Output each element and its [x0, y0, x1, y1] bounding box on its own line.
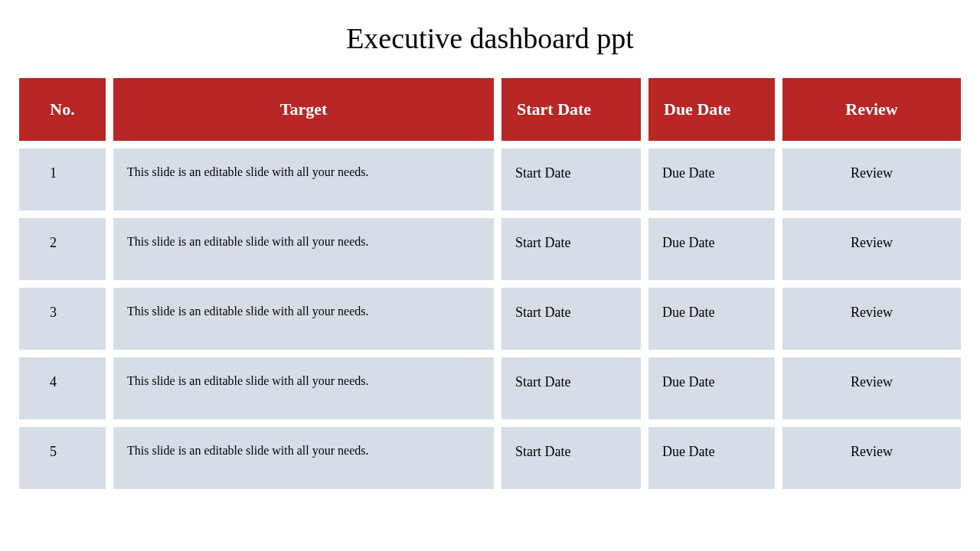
cell-no: 2 — [19, 218, 106, 280]
dashboard-table: No. Target Start Date Due Date Review 1 … — [19, 78, 961, 489]
table-row: 2 This slide is an editable slide with a… — [19, 218, 961, 280]
cell-review: Review — [782, 218, 961, 280]
cell-target: This slide is an editable slide with all… — [113, 148, 494, 210]
cell-target: This slide is an editable slide with all… — [113, 218, 494, 280]
cell-review: Review — [782, 427, 961, 489]
cell-start-date: Start Date — [501, 148, 641, 210]
cell-no: 5 — [19, 427, 106, 489]
cell-start-date: Start Date — [501, 218, 641, 280]
cell-target: This slide is an editable slide with all… — [113, 288, 494, 350]
cell-target: This slide is an editable slide with all… — [113, 427, 494, 489]
cell-due-date: Due Date — [648, 357, 775, 419]
cell-due-date: Due Date — [648, 218, 775, 280]
cell-due-date: Due Date — [648, 288, 775, 350]
header-due-date: Due Date — [648, 78, 775, 141]
slide-container: Executive dashboard ppt No. Target Start… — [0, 0, 980, 551]
cell-start-date: Start Date — [501, 357, 641, 419]
table-row: 1 This slide is an editable slide with a… — [19, 148, 961, 210]
cell-review: Review — [782, 357, 961, 419]
header-target: Target — [113, 78, 494, 141]
cell-target: This slide is an editable slide with all… — [113, 357, 494, 419]
header-review: Review — [782, 78, 961, 141]
page-title: Executive dashboard ppt — [19, 21, 961, 55]
cell-no: 3 — [19, 288, 106, 350]
cell-no: 1 — [19, 148, 106, 210]
header-start-date: Start Date — [501, 78, 641, 141]
cell-review: Review — [782, 288, 961, 350]
cell-due-date: Due Date — [648, 148, 775, 210]
table-row: 3 This slide is an editable slide with a… — [19, 288, 961, 350]
cell-review: Review — [782, 148, 961, 210]
table-row: 4 This slide is an editable slide with a… — [19, 357, 961, 419]
table-header-row: No. Target Start Date Due Date Review — [19, 78, 961, 141]
table-row: 5 This slide is an editable slide with a… — [19, 427, 961, 489]
cell-no: 4 — [19, 357, 106, 419]
header-no: No. — [19, 78, 106, 141]
cell-start-date: Start Date — [501, 288, 641, 350]
cell-due-date: Due Date — [648, 427, 775, 489]
cell-start-date: Start Date — [501, 427, 641, 489]
